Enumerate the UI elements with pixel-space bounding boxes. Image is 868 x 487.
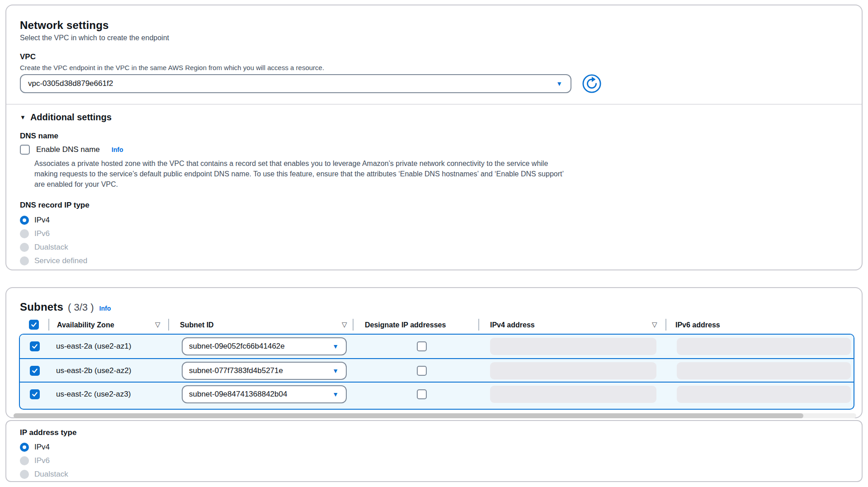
network-settings-subtitle: Select the VPC in which to create the en… bbox=[20, 34, 169, 42]
column-divider bbox=[168, 319, 169, 331]
subnets-table-body: us-east-2a (use2-az1) subnet-09e052fc66b… bbox=[19, 334, 854, 410]
radio-option-service-defined: Service defined bbox=[20, 256, 87, 265]
radio-option-dualstack: Dualstack bbox=[20, 470, 68, 479]
column-header-ipv6-address: IPv6 address bbox=[675, 321, 720, 329]
column-divider bbox=[665, 319, 666, 331]
sort-icon-ipv4-address[interactable]: ▽ bbox=[652, 321, 657, 329]
designate-ip-checkbox[interactable] bbox=[417, 389, 427, 399]
sort-icon-availability-zone[interactable]: ▽ bbox=[155, 321, 160, 329]
chevron-down-icon: ▼ bbox=[332, 391, 339, 397]
ip-address-type-radio-group: IPv4 IPv6 Dualstack bbox=[20, 443, 68, 483]
column-header-designate-ip: Designate IP addresses bbox=[365, 321, 446, 329]
additional-settings-expander[interactable]: ▼ Additional settings bbox=[20, 112, 112, 123]
ipv6-address-input bbox=[677, 338, 851, 355]
vpc-label: VPC bbox=[20, 52, 36, 61]
enable-dns-name-label: Enable DNS name bbox=[36, 145, 100, 154]
chevron-down-icon: ▼ bbox=[332, 368, 339, 374]
vpc-select-value: vpc-0305d38d879e661f2 bbox=[28, 79, 113, 88]
column-divider bbox=[478, 319, 479, 331]
network-settings-card: Network settings Select the VPC in which… bbox=[5, 5, 863, 270]
ip-address-type-label: IP address type bbox=[20, 428, 76, 437]
column-header-ipv4-address: IPv4 address bbox=[490, 321, 535, 329]
enable-dns-name-checkbox[interactable] bbox=[20, 145, 30, 155]
chevron-down-icon: ▼ bbox=[332, 343, 339, 350]
subnets-info-link[interactable]: Info bbox=[99, 305, 111, 312]
radio-selected-icon bbox=[20, 216, 29, 225]
column-header-subnet-id: Subnet ID bbox=[180, 321, 214, 329]
additional-settings-title: Additional settings bbox=[30, 112, 112, 123]
check-icon bbox=[31, 367, 38, 374]
subnet-id-select[interactable]: subnet-09e052fc66b41462e ▼ bbox=[182, 337, 347, 355]
ipv6-address-input bbox=[677, 362, 851, 379]
radio-option-ipv4[interactable]: IPv4 bbox=[20, 216, 87, 225]
radio-option-ipv6: IPv6 bbox=[20, 229, 87, 238]
radio-disabled-icon bbox=[20, 470, 29, 479]
section-divider bbox=[6, 104, 862, 104]
row-checkbox[interactable] bbox=[30, 366, 40, 376]
dns-name-info-link[interactable]: Info bbox=[112, 146, 123, 153]
radio-disabled-icon bbox=[20, 256, 29, 265]
table-row: us-east-2c (use2-az3) subnet-09e84741368… bbox=[20, 382, 854, 405]
subnet-id-select-value: subnet-09e84741368842b04 bbox=[189, 390, 287, 399]
check-icon bbox=[31, 343, 38, 350]
designate-ip-checkbox[interactable] bbox=[417, 341, 427, 351]
check-icon bbox=[30, 321, 38, 328]
chevron-down-icon: ▼ bbox=[556, 80, 562, 87]
availability-zone-cell: us-east-2a (use2-az1) bbox=[56, 342, 131, 351]
table-row: us-east-2b (use2-az2) subnet-077f7383fd4… bbox=[20, 358, 854, 382]
subnet-id-select[interactable]: subnet-09e84741368842b04 ▼ bbox=[182, 385, 347, 403]
radio-option-ipv4[interactable]: IPv4 bbox=[20, 443, 68, 452]
ipv4-address-input bbox=[490, 362, 656, 379]
subnets-title: Subnets bbox=[20, 301, 63, 313]
check-icon bbox=[31, 391, 38, 398]
radio-disabled-icon bbox=[20, 456, 29, 465]
dns-name-label: DNS name bbox=[20, 132, 58, 141]
expander-caret-icon: ▼ bbox=[20, 114, 26, 121]
ipv4-address-input bbox=[490, 386, 656, 403]
refresh-button[interactable] bbox=[582, 74, 601, 93]
dns-record-ip-type-radio-group: IPv4 IPv6 Dualstack Service defined bbox=[20, 216, 87, 270]
subnet-id-select-value: subnet-09e052fc66b41462e bbox=[189, 342, 285, 351]
ipv4-address-input bbox=[490, 338, 656, 355]
vpc-select[interactable]: vpc-0305d38d879e661f2 ▼ bbox=[20, 74, 571, 93]
column-header-availability-zone: Availability Zone bbox=[57, 321, 114, 329]
subnets-card: Subnets ( 3/3 ) Info Availability Zone ▽… bbox=[5, 287, 863, 418]
radio-option-dualstack: Dualstack bbox=[20, 243, 87, 252]
sort-icon-subnet-id[interactable]: ▽ bbox=[342, 321, 347, 329]
horizontal-scrollbar-track bbox=[14, 413, 856, 418]
availability-zone-cell: us-east-2b (use2-az2) bbox=[56, 366, 131, 375]
dns-name-description: Associates a private hosted zone with th… bbox=[34, 158, 568, 189]
subnet-id-select-value: subnet-077f7383fd4b5271e bbox=[189, 366, 283, 375]
designate-ip-checkbox[interactable] bbox=[417, 366, 427, 376]
refresh-icon bbox=[582, 74, 601, 93]
ip-address-type-card: IP address type IPv4 IPv6 Dualstack bbox=[5, 420, 863, 482]
ipv6-address-input bbox=[677, 386, 851, 403]
radio-selected-icon bbox=[20, 443, 29, 452]
select-all-checkbox[interactable] bbox=[29, 320, 39, 330]
vpc-description: Create the VPC endpoint in the VPC in th… bbox=[20, 64, 324, 71]
subnet-id-select[interactable]: subnet-077f7383fd4b5271e ▼ bbox=[182, 362, 347, 380]
subnets-count: ( 3/3 ) bbox=[68, 302, 94, 313]
radio-disabled-icon bbox=[20, 243, 29, 252]
horizontal-scrollbar-thumb[interactable] bbox=[14, 413, 803, 418]
row-checkbox[interactable] bbox=[30, 389, 40, 399]
table-row: us-east-2a (use2-az1) subnet-09e052fc66b… bbox=[20, 335, 854, 358]
radio-disabled-icon bbox=[20, 229, 29, 238]
availability-zone-cell: us-east-2c (use2-az3) bbox=[56, 390, 131, 399]
row-checkbox[interactable] bbox=[30, 341, 40, 351]
radio-option-ipv6: IPv6 bbox=[20, 456, 68, 465]
column-divider bbox=[48, 319, 49, 331]
dns-record-ip-type-label: DNS record IP type bbox=[20, 201, 90, 210]
network-settings-title: Network settings bbox=[20, 19, 109, 32]
column-divider bbox=[353, 319, 354, 331]
